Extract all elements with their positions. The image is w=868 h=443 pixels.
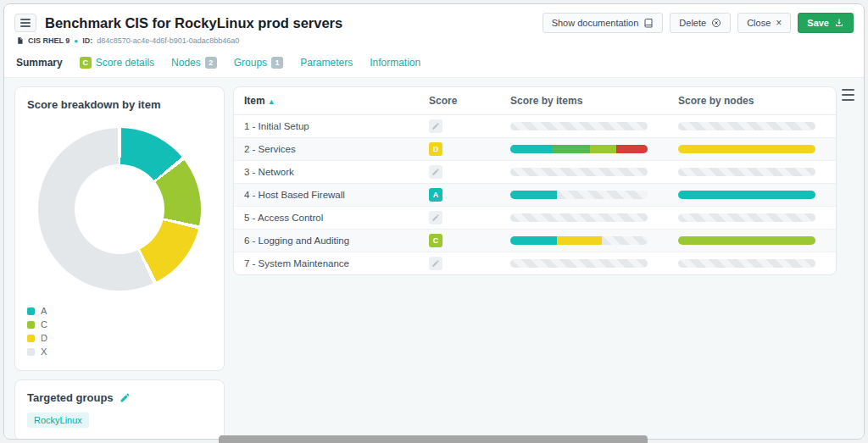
item-label: 6 - Logging and Auditing: [234, 230, 419, 252]
book-icon: [643, 18, 654, 28]
column-header-item[interactable]: Item▲: [234, 87, 419, 115]
score-by-nodes-bar: [678, 145, 815, 153]
right-column: Item▲ Score Score by items Score by node…: [233, 86, 855, 429]
legend-swatch-c: [27, 321, 35, 329]
close-icon: ×: [776, 18, 782, 28]
close-button[interactable]: Close ×: [737, 13, 791, 33]
score-c-badge: C: [80, 57, 92, 69]
item-label: 3 - Network: [234, 161, 419, 184]
column-header-score-by-nodes: Score by nodes: [668, 87, 836, 115]
table-row[interactable]: 1 - Initial Setup: [234, 115, 836, 138]
file-icon: [16, 36, 24, 45]
score-donut: [38, 128, 201, 291]
targeted-groups-card: Targeted groups RockyLinux: [14, 379, 225, 439]
header: Benchmark CIS for RockyLinux prod server…: [4, 4, 864, 51]
score-by-items-bar: [510, 191, 648, 199]
show-documentation-button[interactable]: Show documentation: [542, 13, 664, 33]
delete-button[interactable]: Delete: [670, 13, 731, 33]
column-header-score-by-items: Score by items: [500, 87, 668, 115]
group-chip-rockylinux[interactable]: RockyLinux: [27, 413, 89, 428]
groups-count-badge: 1: [271, 57, 283, 69]
score-by-nodes-bar: [678, 236, 815, 245]
score-by-items-bar: [510, 236, 648, 245]
legend-swatch-a: [27, 307, 35, 315]
menu-toggle-button[interactable]: [14, 14, 36, 32]
panel-menu-icon[interactable]: [842, 89, 855, 101]
legend-item-a: A: [27, 306, 212, 316]
item-label: 7 - System Maintenance: [234, 252, 419, 275]
score-by-items-bar: [510, 122, 648, 130]
table-row[interactable]: 3 - Network: [234, 161, 836, 184]
score-badge: [429, 119, 442, 133]
item-label: 4 - Host Based Firewall: [234, 184, 419, 207]
score-badge: [429, 257, 442, 270]
tab-parameters[interactable]: Parameters: [300, 57, 353, 69]
score-badge: D: [429, 142, 442, 156]
legend-swatch-d: [27, 335, 35, 342]
score-badge: [429, 211, 442, 224]
table-row[interactable]: 4 - Host Based Firewall A: [234, 184, 836, 207]
nodes-count-badge: 2: [205, 57, 217, 69]
tab-nodes[interactable]: Nodes 2: [171, 57, 217, 69]
separator-dot: ●: [74, 37, 78, 45]
score-by-nodes-bar: [678, 191, 815, 199]
score-badge: A: [429, 188, 442, 202]
score-by-nodes-bar: [678, 168, 815, 176]
id-value: d84c8570-ac4e-4d6f-b901-0adac8bb46a0: [97, 36, 239, 45]
score-breakdown-title: Score breakdown by item: [27, 98, 212, 111]
left-column: Score breakdown by item A C D: [14, 86, 225, 429]
score-by-items-bar: [510, 145, 648, 153]
delete-circle-icon: [711, 18, 721, 28]
column-header-score: Score: [419, 87, 500, 115]
score-by-items-bar: [510, 168, 648, 176]
score-breakdown-card: Score breakdown by item A C D: [14, 86, 225, 371]
table-row[interactable]: 5 - Access Control: [234, 207, 836, 230]
targeted-groups-title: Targeted groups: [27, 391, 114, 404]
legend-item-d: D: [27, 333, 212, 343]
main-content: Score breakdown by item A C D: [4, 78, 864, 439]
item-label: 1 - Initial Setup: [234, 115, 419, 138]
id-label: ID:: [82, 36, 92, 45]
table-row[interactable]: 7 - System Maintenance: [234, 252, 836, 275]
table-row[interactable]: 6 - Logging and Auditing C: [234, 230, 836, 252]
score-by-items-bar: [510, 259, 648, 268]
tab-summary[interactable]: Summary: [16, 57, 63, 69]
tab-bar: Summary C Score details Nodes 2 Groups 1…: [4, 51, 864, 78]
item-label: 2 - Services: [234, 138, 419, 161]
score-by-nodes-bar: [678, 122, 815, 130]
app-window: Benchmark CIS for RockyLinux prod server…: [3, 3, 865, 440]
tab-score-details[interactable]: C Score details: [80, 57, 154, 69]
item-label: 5 - Access Control: [234, 207, 419, 230]
score-legend: A C D X: [27, 306, 212, 357]
legend-item-c: C: [27, 319, 212, 329]
score-badge: C: [429, 234, 442, 247]
score-by-nodes-bar: [678, 259, 815, 268]
items-score-table: Item▲ Score Score by items Score by node…: [234, 87, 836, 274]
page-title: Benchmark CIS for RockyLinux prod server…: [45, 15, 342, 31]
tab-information[interactable]: Information: [370, 57, 420, 69]
save-download-icon: [834, 18, 844, 28]
score-badge: [429, 165, 442, 179]
score-by-nodes-bar: [678, 213, 815, 222]
benchmark-name: CIS RHEL 9: [28, 36, 70, 45]
score-by-items-bar: [510, 213, 648, 222]
items-score-table-card: Item▲ Score Score by items Score by node…: [233, 86, 837, 275]
bottom-strip: [219, 435, 648, 443]
benchmark-meta: CIS RHEL 9 ● ID: d84c8570-ac4e-4d6f-b901…: [14, 33, 854, 51]
legend-swatch-x: [27, 348, 35, 356]
edit-pencil-icon[interactable]: [120, 392, 131, 403]
table-row[interactable]: 2 - Services D: [234, 138, 836, 161]
sort-asc-icon: ▲: [268, 97, 275, 106]
legend-item-x: X: [27, 346, 212, 357]
tab-groups[interactable]: Groups 1: [234, 57, 283, 69]
save-button[interactable]: Save: [798, 13, 854, 33]
